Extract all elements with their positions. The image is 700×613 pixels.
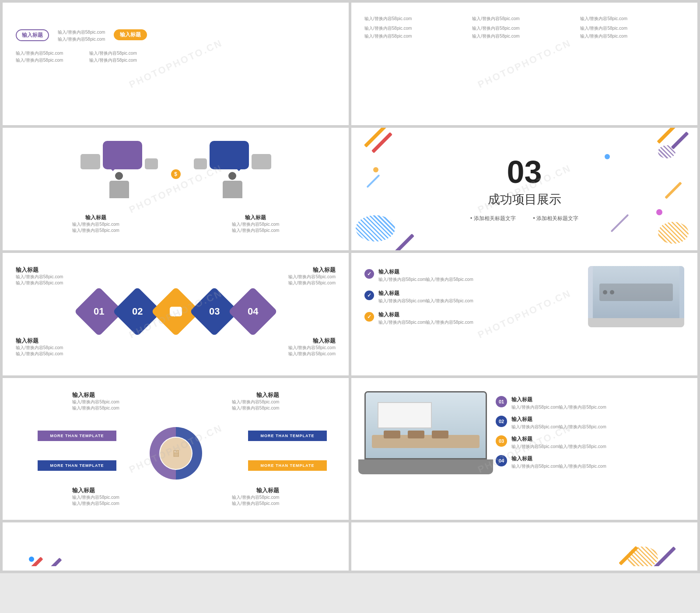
num-item-2: 02 输入标题 输入/替换内容58pic.com输入/替换内容58pic.com — [496, 416, 684, 430]
slide4-bullet1: 添加相关标题文字 — [470, 215, 516, 222]
svg-text:🖥: 🖥 — [171, 448, 181, 459]
bar-purple-top: MORE THAN TEMPLATE — [38, 431, 116, 441]
numbered-list: 01 输入标题 输入/替换内容58pic.com输入/替换内容58pic.com… — [496, 396, 684, 469]
checklist: ✓ 输入标题 输入/替换内容58pic.com输入/替换内容58pic.com … — [364, 268, 579, 326]
col-1: 输入/替换内容58pic.com 输入/替换内容58pic.com 输入/替换内… — [364, 16, 469, 39]
slide5-tl2-title: 输入标题 — [288, 266, 336, 274]
num-title-1: 输入标题 — [511, 396, 606, 403]
num-title-3: 输入标题 — [511, 435, 606, 443]
col-2-item-1: 输入/替换内容58pic.com — [472, 25, 576, 32]
speech-bubble-left — [103, 141, 142, 169]
person-left — [104, 172, 134, 207]
col-2: 输入/替换内容58pic.com 输入/替换内容58pic.com 输入/替换内… — [472, 16, 576, 39]
num-title-2: 输入标题 — [511, 416, 606, 423]
slide4-number: 03 — [507, 156, 542, 188]
tag-purple[interactable]: 输入标题 — [16, 29, 49, 41]
check-title-2: 输入标题 — [378, 290, 473, 297]
gray-box-tr — [145, 158, 158, 169]
slide7-bottom-right: 输入标题 输入/替换内容58pic.com 输入/替换内容58pic.com — [232, 487, 279, 507]
label-right: 输入标题 输入/替换内容58pic.com 输入/替换内容58pic.com — [232, 214, 279, 234]
diamond-row: 01 02 03 04 — [81, 294, 270, 329]
slide5-bl2-sub2: 输入/替换内容58pic.com — [288, 351, 336, 357]
col-3-item-2: 输入/替换内容58pic.com — [580, 33, 684, 39]
num-title-4: 输入标题 — [511, 455, 606, 462]
slide-4: PHOTOPHOTO.CN 03 成功项目展示 — [351, 128, 697, 250]
check-item-3: ✓ 输入标题 输入/替换内容58pic.com输入/替换内容58pic.com — [364, 311, 579, 326]
diamond-5-label: 04 — [247, 306, 258, 317]
slide5-top-label-1: 输入标题 输入/替换内容58pic.com 输入/替换内容58pic.com — [16, 266, 63, 286]
slide-7: PHOTOPHOTO.CN 输入标题 输入/替换内容58pic.com 输入/替… — [3, 378, 349, 520]
slide5-tl2-sub1: 输入/替换内容58pic.com — [288, 274, 336, 280]
slide5-bl1-sub2: 输入/替换内容58pic.com — [16, 351, 63, 357]
diamond-1-label: 01 — [93, 306, 104, 317]
slide-10-partial — [351, 522, 697, 571]
check-title-3: 输入标题 — [378, 311, 473, 319]
diamond-2-label: 02 — [132, 306, 142, 317]
num-sub-2: 输入/替换内容58pic.com输入/替换内容58pic.com — [511, 424, 606, 430]
slide4-title: 成功项目展示 — [488, 191, 561, 208]
slide5-tl2-sub2: 输入/替换内容58pic.com — [288, 280, 336, 286]
col-3-item-1: 输入/替换内容58pic.com — [580, 25, 684, 32]
slide5-bl1-title: 输入标题 — [16, 337, 63, 345]
num-sub-3: 输入/替换内容58pic.com输入/替换内容58pic.com — [511, 444, 606, 450]
num-item-1: 01 输入标题 输入/替换内容58pic.com输入/替换内容58pic.com — [496, 396, 684, 410]
check-circle-1: ✓ — [364, 269, 374, 279]
watermark-2: PHOTOPHOTO.CN — [476, 37, 573, 91]
check-sub-2: 输入/替换内容58pic.com输入/替换内容58pic.com — [378, 298, 473, 304]
slide7-br-sub2: 输入/替换内容58pic.com — [232, 501, 279, 507]
slide-1: PHOTOPHOTO.CN 输入标题 输入/替换内容58pic.com 输入/替… — [3, 3, 349, 125]
slide5-bottom-label-1: 输入标题 输入/替换内容58pic.com 输入/替换内容58pic.com — [16, 337, 63, 357]
speech-bubble-right — [210, 141, 249, 169]
slide5-tl1-sub2: 输入/替换内容58pic.com — [16, 280, 63, 286]
label-right-title: 输入标题 — [232, 214, 279, 221]
check-item-1: ✓ 输入标题 输入/替换内容58pic.com输入/替换内容58pic.com — [364, 268, 579, 283]
slide-5: PHOTOPHOTO.CN 输入标题 输入/替换内容58pic.com 输入/替… — [3, 253, 349, 375]
num-badge-2: 02 — [496, 416, 507, 427]
laptop-image-small — [588, 266, 684, 327]
bar-blue-top: MORE THAN TEMPLATE — [248, 431, 327, 441]
diamond-5: 04 — [228, 287, 277, 336]
input-label-1: 输入/替换内容58pic.com — [58, 29, 105, 35]
col-1-item-1: 输入/替换内容58pic.com — [364, 25, 469, 32]
slide7-tr-title: 输入标题 — [232, 391, 279, 399]
col-2-header: 输入/替换内容58pic.com — [472, 16, 576, 22]
diamond-4-label: 03 — [209, 306, 219, 317]
label-right-sub1: 输入/替换内容58pic.com — [232, 221, 279, 228]
slide-9-partial — [3, 522, 349, 571]
slide7-top-right: 输入标题 输入/替换内容58pic.com 输入/替换内容58pic.com — [232, 391, 279, 411]
slide7-br-sub1: 输入/替换内容58pic.com — [232, 494, 279, 501]
circle-infographic: 🖥 — [141, 418, 211, 480]
num-badge-3: 03 — [496, 435, 507, 447]
gray-box-br — [252, 154, 271, 169]
slide4-bullet2: 添加相关标题文字 — [533, 215, 579, 222]
slide7-bottom-left: 输入标题 输入/替换内容58pic.com 输入/替换内容58pic.com — [72, 487, 119, 507]
slide7-tr-sub2: 输入/替换内容58pic.com — [232, 405, 279, 411]
slide7-tr-sub1: 输入/替换内容58pic.com — [232, 399, 279, 405]
slide5-top-label-2: 输入标题 输入/替换内容58pic.com 输入/替换内容58pic.com — [288, 266, 336, 286]
slide5-bl2-sub1: 输入/替换内容58pic.com — [288, 345, 336, 351]
slide5-bottom-label-2: 输入标题 输入/替换内容58pic.com 输入/替换内容58pic.com — [288, 337, 336, 357]
num-item-3: 03 输入标题 输入/替换内容58pic.com输入/替换内容58pic.com — [496, 435, 684, 450]
col-1-item-2: 输入/替换内容58pic.com — [364, 33, 469, 39]
col-3: 输入/替换内容58pic.com 输入/替换内容58pic.com 输入/替换内… — [580, 16, 684, 39]
check-circle-3: ✓ — [364, 312, 374, 322]
check-title-1: 输入标题 — [378, 268, 473, 276]
tag-orange[interactable]: 输入标题 — [114, 29, 147, 40]
input-label-3: 输入/替换内容58pic.com — [16, 50, 63, 56]
num-sub-1: 输入/替换内容58pic.com输入/替换内容58pic.com — [511, 404, 606, 410]
input-label-4: 输入/替换内容58pic.com — [16, 57, 63, 63]
slide5-bl2-title: 输入标题 — [288, 337, 336, 345]
label-left-sub2: 输入/替换内容58pic.com — [72, 228, 119, 234]
bar-orange-bottom: MORE THAN TEMPLATE — [248, 460, 327, 471]
laptop-big-base — [358, 459, 493, 474]
diamond-3-icon — [170, 307, 182, 316]
slide7-top-left: 输入标题 输入/替换内容58pic.com 输入/替换内容58pic.com — [72, 391, 119, 411]
slide7-tl-title: 输入标题 — [72, 391, 119, 399]
label-left-sub1: 输入/替换内容58pic.com — [72, 221, 119, 228]
num-badge-1: 01 — [496, 396, 507, 407]
slide5-bl1-sub1: 输入/替换内容58pic.com — [16, 345, 63, 351]
label-left-title: 输入标题 — [72, 214, 119, 221]
slide-6: PHOTOPHOTO.CN ✓ 输入标题 输入/替换内容58pic.com输入/… — [351, 253, 697, 375]
label-right-sub2: 输入/替换内容58pic.com — [232, 228, 279, 234]
input-label-2: 输入/替换内容58pic.com — [58, 36, 105, 42]
